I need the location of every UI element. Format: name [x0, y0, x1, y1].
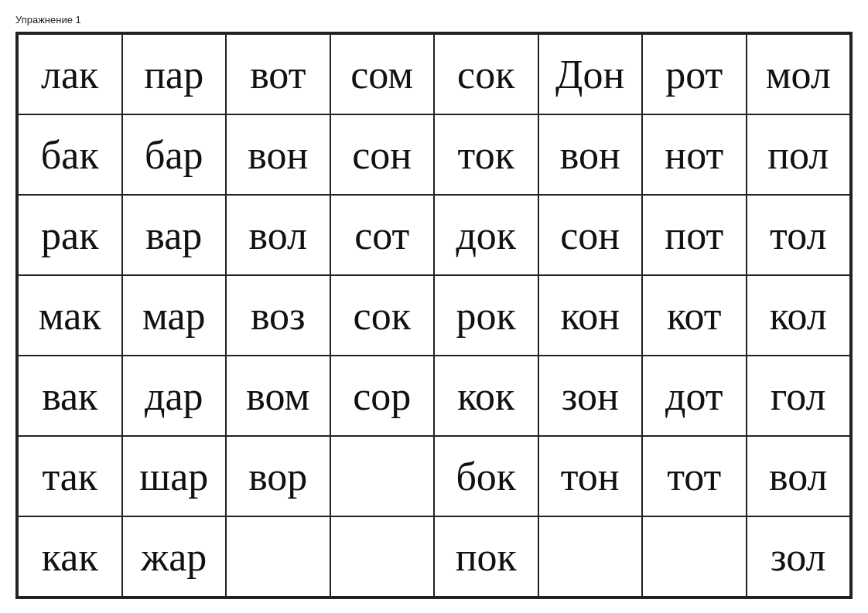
table-cell: сон — [538, 195, 643, 275]
table-cell: сок — [330, 275, 435, 356]
table-cell: зол — [747, 516, 851, 597]
table-cell: сот — [330, 195, 435, 275]
table-cell: гол — [747, 356, 851, 436]
table-cell — [538, 516, 643, 597]
table-cell: как — [18, 516, 122, 597]
table-row: такшарворбоктонтотвол — [18, 436, 850, 516]
table-cell: вор — [226, 436, 330, 516]
word-grid: лакпарвотсомсокДонротмолбакбарвонсонтокв… — [15, 32, 853, 599]
table-cell: пок — [434, 516, 538, 597]
table-cell: кол — [747, 275, 851, 356]
table-cell: бар — [122, 114, 227, 195]
page-title: Упражнение 1 — [15, 14, 853, 26]
table-cell: так — [18, 436, 122, 516]
table-row: какжарпокзол — [18, 516, 850, 597]
table-cell: док — [434, 195, 538, 275]
table-cell: кот — [642, 275, 747, 356]
table-cell: Дон — [538, 34, 643, 114]
table-row: лакпарвотсомсокДонротмол — [18, 34, 850, 114]
table-cell: мак — [18, 275, 122, 356]
table-cell: мол — [747, 34, 851, 114]
table-cell: пол — [747, 114, 851, 195]
table-cell: вот — [226, 34, 330, 114]
table-cell: ток — [434, 114, 538, 195]
table-cell: рот — [642, 34, 747, 114]
table-cell — [226, 516, 330, 597]
table-cell: рак — [18, 195, 122, 275]
table-cell: воз — [226, 275, 330, 356]
table-row: макмарвозсокрокконкоткол — [18, 275, 850, 356]
table-cell — [330, 516, 435, 597]
table-cell: бак — [18, 114, 122, 195]
table-cell: мар — [122, 275, 227, 356]
table-cell — [330, 436, 435, 516]
table-cell: жар — [122, 516, 227, 597]
table-cell: вон — [226, 114, 330, 195]
table-cell: дар — [122, 356, 227, 436]
table-cell: тот — [642, 436, 747, 516]
table-cell: сом — [330, 34, 435, 114]
table-cell: тол — [747, 195, 851, 275]
table-cell: сор — [330, 356, 435, 436]
table-cell: сок — [434, 34, 538, 114]
table-cell: нот — [642, 114, 747, 195]
table-cell: зон — [538, 356, 643, 436]
table-cell: вол — [747, 436, 851, 516]
table-cell: вон — [538, 114, 643, 195]
table-row: бакбарвонсонтоквоннотпол — [18, 114, 850, 195]
table-cell: бок — [434, 436, 538, 516]
table-cell: вак — [18, 356, 122, 436]
table-cell: дот — [642, 356, 747, 436]
table-cell: кон — [538, 275, 643, 356]
table-cell: шар — [122, 436, 227, 516]
table-cell: кок — [434, 356, 538, 436]
table-cell: вом — [226, 356, 330, 436]
table-cell: пот — [642, 195, 747, 275]
table-cell: тон — [538, 436, 643, 516]
table-cell: лак — [18, 34, 122, 114]
table-cell: рок — [434, 275, 538, 356]
table-cell: вар — [122, 195, 227, 275]
table-row: вакдарвомсоркокзондотгол — [18, 356, 850, 436]
table-cell: пар — [122, 34, 227, 114]
table-cell — [642, 516, 747, 597]
table-row: ракварволсотдоксонпоттол — [18, 195, 850, 275]
table-cell: вол — [226, 195, 330, 275]
table-cell: сон — [330, 114, 435, 195]
